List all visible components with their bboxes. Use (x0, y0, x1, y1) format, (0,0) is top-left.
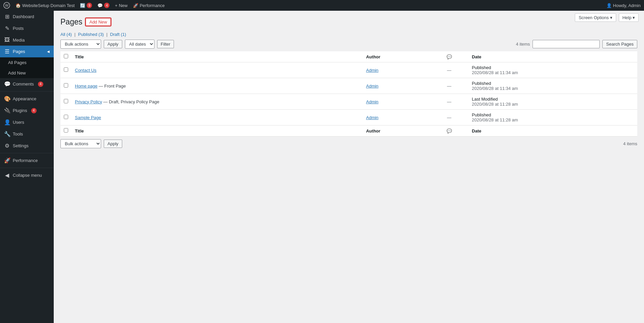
search-input[interactable] (533, 40, 600, 48)
page-title-link-3[interactable]: Sample Page (75, 115, 101, 120)
bulk-actions-select[interactable]: Bulk actions Edit Move to Trash (60, 40, 101, 49)
sidebar-item-users[interactable]: 👤 Users (0, 116, 54, 128)
date-header[interactable]: Date (468, 51, 637, 62)
media-icon: 🖼 (4, 37, 10, 43)
date-sort-link[interactable]: Date (472, 54, 481, 59)
search-pages-button[interactable]: Search Pages (602, 40, 637, 48)
table-row: Privacy Policy — Draft, Privacy Policy P… (60, 94, 637, 110)
appearance-icon: 🎨 (4, 96, 10, 102)
row-checkbox-1[interactable] (64, 83, 68, 88)
dates-filter-select[interactable]: All dates (125, 40, 154, 49)
topbar-user[interactable]: 👤 Howdy, Admin (606, 3, 641, 8)
updates-badge: 9 (87, 3, 92, 8)
row-title-cell: Contact Us (72, 62, 363, 78)
pages-arrow-icon: ◀ (47, 50, 50, 53)
top-toolbar: Bulk actions Edit Move to Trash Apply Al… (60, 40, 637, 49)
sidebar-item-label: Posts (13, 26, 24, 31)
items-count-top: 4 items (516, 42, 530, 47)
row-checkbox-2[interactable] (64, 99, 68, 103)
row-title-cell: Privacy Policy — Draft, Privacy Policy P… (72, 94, 363, 110)
filter-button[interactable]: Filter (157, 40, 174, 48)
topbar-performance[interactable]: 🚀 Performance (133, 3, 165, 8)
row-date-cell: Published 2020/08/28 at 11:34 am (468, 62, 637, 78)
sidebar-item-tools[interactable]: 🔧 Tools (0, 128, 54, 140)
sidebar-item-label: Tools (13, 131, 23, 137)
row-checkbox-3[interactable] (64, 115, 68, 119)
comments-icon: 💬 (4, 81, 10, 87)
sidebar-divider (0, 91, 54, 92)
author-link-0[interactable]: Admin (366, 68, 378, 73)
row-author-cell: Admin (363, 62, 430, 78)
plugins-sidebar-badge: 4 (31, 108, 37, 113)
sidebar-item-add-new[interactable]: Add New (0, 68, 54, 78)
select-all-footer-checkbox[interactable] (64, 128, 68, 132)
author-link-2[interactable]: Admin (366, 99, 378, 104)
page-title: Pages (60, 17, 82, 26)
filter-links: All (4) | Published (3) | Draft (1) (60, 32, 637, 37)
author-link-3[interactable]: Admin (366, 115, 378, 120)
topbar-comments[interactable]: 💬 4 (97, 3, 109, 8)
sidebar-item-collapse[interactable]: ◀ Collapse menu (0, 169, 54, 181)
title-sort-link[interactable]: Title (75, 54, 84, 59)
apply-button-bottom[interactable]: Apply (104, 140, 122, 148)
sidebar-item-label: Plugins (13, 108, 27, 113)
add-new-label: Add New (8, 70, 26, 75)
date-status-3: Published (472, 112, 491, 117)
help-button[interactable]: Help ▾ (619, 13, 639, 22)
pages-icon: ☰ (4, 48, 10, 55)
filter-published[interactable]: Published (3) (78, 32, 104, 37)
apply-button-top[interactable]: Apply (104, 40, 122, 48)
page-title-link-0[interactable]: Contact Us (75, 68, 96, 73)
row-comments-cell: — (430, 62, 468, 78)
add-new-button[interactable]: Add New (86, 18, 111, 26)
sidebar-item-all-pages[interactable]: All Pages (0, 57, 54, 68)
filter-all[interactable]: All (4) (60, 32, 72, 37)
title-header[interactable]: Title (72, 51, 363, 62)
row-date-cell: Published 2020/08/28 at 11:28 am (468, 110, 637, 125)
row-date-cell: Last Modified 2020/08/28 at 11:28 am (468, 94, 637, 110)
sidebar-item-label: Comments (13, 82, 34, 87)
sidebar-item-dashboard[interactable]: ⊞ Dashboard (0, 11, 54, 22)
date-footer: Date (468, 125, 637, 137)
author-link-1[interactable]: Admin (366, 84, 378, 89)
sidebar-divider-2 (0, 153, 54, 153)
sidebar-item-plugins[interactable]: 🔌 Plugins 4 (0, 105, 54, 116)
sidebar-item-comments[interactable]: 💬 Comments 4 (0, 78, 54, 90)
sidebar-item-label: Performance (13, 158, 38, 163)
page-title-link-1[interactable]: Home page (75, 84, 97, 89)
sidebar-item-pages[interactable]: ☰ Pages ◀ (0, 46, 54, 57)
screen-options-button[interactable]: Screen Options ▾ (575, 13, 616, 22)
sidebar-item-posts[interactable]: ✎ Posts (0, 22, 54, 34)
bulk-actions-select-bottom[interactable]: Bulk actions Edit Move to Trash (60, 139, 101, 148)
sidebar-item-label: Collapse menu (13, 173, 42, 178)
table-row: Sample Page Admin — Published 2020/08/28… (60, 110, 637, 125)
wp-logo[interactable]: W (3, 2, 10, 9)
author-sort-link[interactable]: Author (366, 54, 380, 59)
row-author-cell: Admin (363, 94, 430, 110)
select-all-checkbox[interactable] (64, 54, 68, 58)
sidebar-item-settings[interactable]: ⚙ Settings (0, 140, 54, 152)
date-status-1: Published (472, 81, 491, 86)
page-title-link-2[interactable]: Privacy Policy (75, 99, 102, 104)
row-date-cell: Published 2020/08/28 at 11:34 am (468, 78, 637, 94)
table-footer-row: Title Author 💬 Date (60, 125, 637, 137)
settings-icon: ⚙ (4, 143, 10, 149)
sidebar-item-label: Users (13, 120, 24, 125)
toolbar-left: Bulk actions Edit Move to Trash Apply Al… (60, 40, 174, 49)
users-icon: 👤 (4, 119, 10, 125)
filter-draft[interactable]: Draft (1) (110, 32, 126, 37)
date-value-2: 2020/08/28 at 11:28 am (472, 102, 518, 107)
row-checkbox-0[interactable] (64, 67, 68, 72)
sidebar-item-media[interactable]: 🖼 Media (0, 34, 54, 46)
topbar-updates[interactable]: 🔄 9 (80, 3, 92, 8)
comments-dash-3: — (447, 115, 451, 120)
topbar-new[interactable]: + New (115, 3, 128, 8)
row-author-cell: Admin (363, 110, 430, 125)
date-value-1: 2020/08/28 at 11:34 am (472, 86, 518, 91)
author-header[interactable]: Author (363, 51, 430, 62)
svg-text:W: W (5, 3, 9, 7)
sidebar-item-appearance[interactable]: 🎨 Appearance (0, 93, 54, 105)
main-content: Pages Add New All (4) | Published (3) | … (54, 11, 644, 323)
topbar-site-name[interactable]: 🏠 WebsiteSetup Domain Test (15, 3, 75, 8)
sidebar-item-performance[interactable]: 🚀 Performance (0, 155, 54, 166)
